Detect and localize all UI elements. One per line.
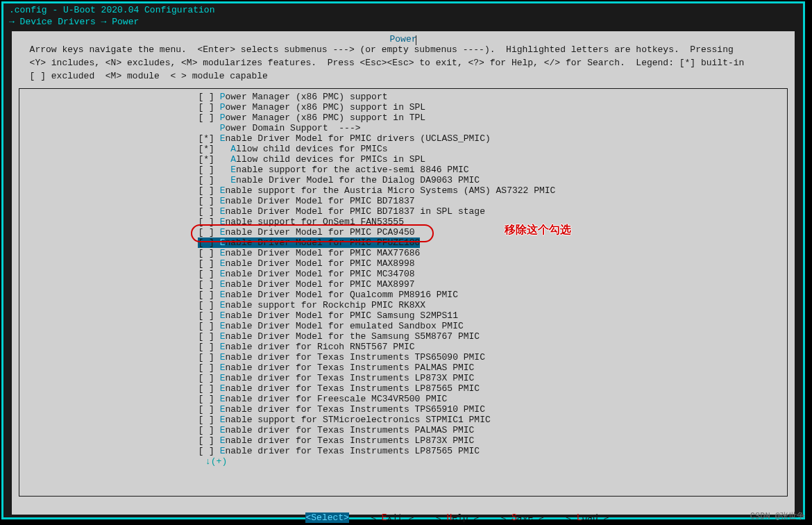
load-button[interactable]: < Load > (566, 512, 609, 523)
menu-item[interactable]: [ ] Enable driver for Texas Instruments … (19, 404, 787, 415)
button-bar: <Select> < Exit > < Help > < Save > < Lo… (12, 502, 795, 525)
checkbox-mark: [ ] (198, 196, 219, 206)
exit-button[interactable]: < Exit > (371, 512, 414, 523)
checkbox-mark: [ ] (198, 404, 219, 415)
gap (414, 512, 436, 523)
menu-item[interactable]: [ ] Enable driver for Texas Instruments … (19, 352, 787, 362)
item-label: nable Driver Model for PMIC PCA9450 (225, 227, 414, 238)
checkbox-mark (198, 123, 219, 133)
item-label: ower Manager (x86 PMC) support in TPL (225, 112, 425, 123)
menu-item[interactable]: [ ] Enable driver for Texas Instruments … (19, 435, 787, 446)
menu-item[interactable]: [*] Allow child devices for PMICs in SPL (19, 154, 787, 165)
item-label: nable driver for Texas Instruments PALMA… (225, 425, 474, 435)
window-title: .config - U-Boot 2020.04 Configuration (3, 3, 803, 17)
menu-item[interactable]: [ ] Enable Driver Model for PMIC MC34708 (19, 269, 787, 279)
menu-item[interactable]: [ ] Enable driver for Texas Instruments … (19, 383, 787, 394)
menu-item[interactable]: [*] Allow child devices for PMICs (19, 144, 787, 154)
watermark: CSDN @张世争 (750, 512, 805, 522)
item-label: nable driver for Texas Instruments TPS65… (225, 404, 484, 415)
menu-item[interactable]: [ ] Enable Driver Model for the Samsung … (19, 331, 787, 342)
menu-item[interactable]: [*] Enable Driver Model for PMIC drivers… (19, 133, 787, 144)
checkbox-mark: [ ] (198, 175, 219, 185)
item-label: nable Driver Model for PMIC MAX77686 (225, 248, 420, 258)
help-line-1: Arrow keys navigate the menu. <Enter> se… (12, 44, 795, 58)
item-label: nable driver for Freescale MC34VR500 PMI… (225, 394, 447, 404)
checkbox-mark: [ ] (198, 373, 219, 383)
menu-item[interactable]: Power Domain Support ---> (19, 123, 787, 133)
checkbox-mark: [ ] (198, 185, 219, 196)
menu-item[interactable]: [ ] Enable driver for Texas Instruments … (19, 425, 787, 435)
menu-item[interactable]: [ ] Enable Driver Model for PMIC PCA9450 (19, 227, 787, 238)
item-label: ower Manager (x86 PMC) support (225, 92, 387, 102)
menu-item[interactable]: [ ] Enable support for Rockchip PMIC RK8… (19, 300, 787, 310)
item-label: nable driver for Ricoh RN5T567 PMIC (225, 342, 414, 352)
menu-item[interactable]: [ ] Enable Driver Model for PMIC BD71837… (19, 206, 787, 217)
menu-item[interactable]: [ ] Enable Driver Model for Qualcomm PM8… (19, 290, 787, 300)
select-button[interactable]: <Select> (305, 512, 348, 523)
menu-item[interactable]: [ ] Enable Driver Model for PMIC MAX8997 (19, 279, 787, 290)
item-label: nable driver for Texas Instruments LP873… (225, 373, 474, 383)
checkbox-mark: [ ] (198, 383, 219, 394)
item-label: nable support for STMicroelectronics STP… (225, 415, 490, 425)
checkbox-mark: [ ] (198, 112, 219, 123)
menu-item[interactable]: [ ] Enable driver for Texas Instruments … (19, 362, 787, 373)
menu-item[interactable]: [ ] Enable driver for Ricoh RN5T567 PMIC (19, 342, 787, 352)
menu-item[interactable]: [ ] Power Manager (x86 PMC) support (19, 92, 787, 102)
checkbox-mark: [ ] (198, 435, 219, 446)
gap (544, 512, 566, 523)
menu-item[interactable]: [ ] Enable Driver Model for PMIC Samsung… (19, 310, 787, 321)
checkbox-mark: [ ] (198, 342, 219, 352)
menu-item[interactable]: [ ] Power Manager (x86 PMC) support in T… (19, 112, 787, 123)
menu-item[interactable]: [ ] Enable support for OnSemi FAN53555 (19, 217, 787, 227)
item-label: nable Driver Model for PMIC PFUZE100 (225, 238, 420, 248)
item-label: nable support for the Austria Micro Syst… (225, 185, 555, 196)
menu-item[interactable]: [ ] Enable support for the active-semi 8… (19, 165, 787, 175)
item-label: nable Driver Model for PMIC Samsung S2MP… (225, 310, 457, 321)
item-label: nable driver for Texas Instruments TPS65… (225, 352, 484, 362)
menu-item-selected[interactable]: [ ] Enable Driver Model for PMIC PFUZE10… (19, 238, 787, 248)
item-label: nable driver for Texas Instruments LP873… (225, 435, 474, 446)
menu-item[interactable]: [ ] Enable support for the Austria Micro… (19, 185, 787, 196)
checkbox-mark: [ ] (198, 206, 219, 217)
checkbox-mark: [ ] (198, 165, 219, 175)
menu-item[interactable]: [ ] Enable Driver Model for PMIC BD71837 (19, 196, 787, 206)
item-label: nable Driver Model for PMIC MC34708 (225, 269, 414, 279)
checkbox-mark: [ ] (198, 92, 219, 102)
menu-item[interactable]: [ ] Enable driver for Freescale MC34VR50… (19, 394, 787, 404)
more-indicator: ↓(+) (19, 456, 787, 467)
item-label: nable Driver Model for PMIC MAX8997 (225, 279, 414, 290)
item-label: nable Driver Model for PMIC drivers (UCL… (225, 133, 490, 144)
hotkey-letter: A (230, 144, 236, 154)
save-button[interactable]: < Save > (500, 512, 543, 523)
checkbox-mark: [ ] (198, 258, 219, 269)
menu-item[interactable]: [ ] Enable Driver Model for emulated San… (19, 321, 787, 331)
menu-item[interactable]: [ ] Enable Driver Model for PMIC MAX8998 (19, 258, 787, 269)
item-label: nable support for Rockchip PMIC RK8XX (225, 300, 425, 310)
menu-item[interactable]: [ ] Power Manager (x86 PMC) support in S… (19, 102, 787, 112)
checkbox-mark: [ ] (198, 321, 219, 331)
help-button[interactable]: < Help > (436, 512, 479, 523)
hotkey-letter: E (230, 175, 236, 185)
checkbox-mark: [ ] (198, 217, 219, 227)
item-label: nable Driver Model for PMIC BD71837 (225, 196, 414, 206)
checkbox-mark: [ ] (198, 446, 219, 456)
menu-item[interactable]: [ ] Enable support for STMicroelectronic… (19, 415, 787, 425)
help-line-3: [ ] excluded <M> module < > module capab… (12, 71, 795, 84)
menuconfig-panel: Power Arrow keys navigate the menu. <Ent… (12, 31, 795, 515)
options-frame: [ ] Power Manager (x86 PMC) support [ ] … (19, 88, 788, 497)
menu-item[interactable]: [ ] Enable Driver Model for PMIC MAX7768… (19, 248, 787, 258)
item-label: llow child devices for PMICs (236, 144, 387, 154)
menu-item[interactable]: [ ] Enable driver for Texas Instruments … (19, 373, 787, 383)
menu-item[interactable]: [ ] Enable driver for Texas Instruments … (19, 446, 787, 456)
checkbox-mark: [ ] (198, 290, 219, 300)
checkbox-mark: [ ] (198, 425, 219, 435)
checkbox-mark: [ ] (198, 362, 219, 373)
checkbox-mark: [ ] (198, 238, 219, 248)
breadcrumb: → Device Drivers → Power (3, 17, 803, 30)
menu-list[interactable]: [ ] Power Manager (x86 PMC) support [ ] … (19, 92, 787, 456)
checkbox-mark: [ ] (198, 248, 219, 258)
menu-item[interactable]: [ ] Enable Driver Model for the Dialog D… (19, 175, 787, 185)
checkbox-mark: [ ] (198, 300, 219, 310)
section-title: Power (12, 34, 795, 44)
item-label: nable Driver Model for the Samsung S5M87… (225, 331, 480, 342)
